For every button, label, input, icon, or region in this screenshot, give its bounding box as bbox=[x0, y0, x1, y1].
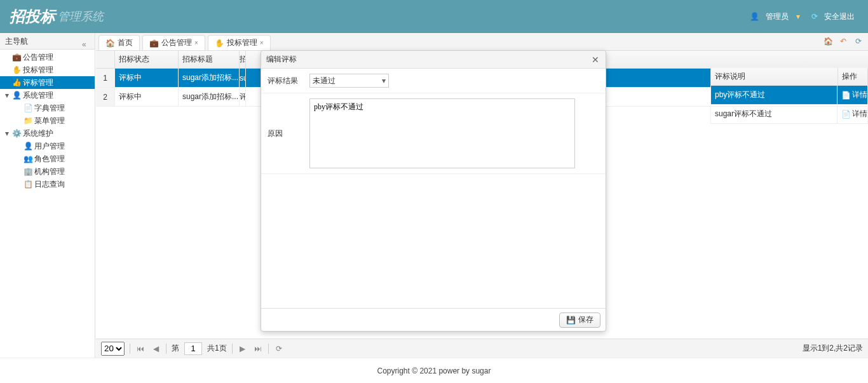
tree-label: 评标管理 bbox=[23, 76, 53, 89]
pager: 20 ⏮ ◀ 第 共1页 ▶ ⏭ ⟳ 显示1到2,共2记录 bbox=[96, 339, 868, 358]
result-label: 评标结果 bbox=[261, 69, 306, 93]
detail-icon: 📄 bbox=[841, 91, 851, 100]
hand-icon: ✋ bbox=[11, 65, 22, 75]
page-prefix: 第 bbox=[172, 343, 179, 354]
folder-icon: 📁 bbox=[23, 116, 33, 126]
save-button[interactable]: 💾 保存 bbox=[559, 312, 600, 328]
sidebar-item-角色管理[interactable]: 👥角色管理 bbox=[0, 152, 95, 165]
refresh-icon[interactable]: ⟳ bbox=[853, 36, 864, 47]
sidebar-item-系统维护[interactable]: ▾⚙️系统维护 bbox=[0, 127, 95, 140]
sidebar-item-评标管理[interactable]: 👍评标管理 bbox=[0, 76, 95, 89]
close-icon[interactable]: × bbox=[260, 39, 264, 46]
table-row[interactable]: sugar评标不通过📄详情|✎编辑|✖删除 bbox=[710, 105, 868, 124]
sidebar-item-公告管理[interactable]: 💼公告管理 bbox=[0, 51, 95, 64]
sidebar-item-字典管理[interactable]: 📄字典管理 bbox=[0, 102, 95, 114]
cell-trunc: 评 bbox=[240, 88, 246, 106]
reason-label: 原因 bbox=[261, 93, 306, 173]
tree-label: 日志查询 bbox=[34, 178, 65, 191]
chevron-down-icon[interactable]: ▾ bbox=[796, 12, 800, 21]
col-title[interactable]: 招标标题 bbox=[179, 51, 240, 68]
tree-label: 用户管理 bbox=[34, 140, 65, 152]
sidebar-item-系统管理[interactable]: ▾👤系统管理 bbox=[0, 89, 95, 102]
col-status[interactable]: 招标状态 bbox=[115, 51, 179, 68]
sidebar-item-投标管理[interactable]: ✋投标管理 bbox=[0, 64, 95, 76]
cell-ops: 📄详情|✎编辑|✖删除 bbox=[837, 86, 868, 104]
tab-首页[interactable]: 🏠首页 bbox=[98, 35, 140, 50]
user-icon: 👤 bbox=[23, 141, 33, 151]
sidebar-item-用户管理[interactable]: 👤用户管理 bbox=[0, 140, 95, 152]
hand-icon: ✋ bbox=[215, 39, 224, 48]
row-index: 2 bbox=[96, 88, 115, 106]
save-label: 保存 bbox=[578, 314, 593, 325]
reload-icon[interactable]: ⟳ bbox=[274, 344, 284, 354]
log-icon: 📋 bbox=[23, 179, 33, 189]
app-header: 招投标 管理系统 👤 管理员 ▾ ⟳ 安全退出 bbox=[0, 0, 868, 33]
col-ops: 操作 bbox=[838, 68, 868, 85]
sidebar-title-text: 主导航 bbox=[5, 37, 28, 46]
reason-textarea[interactable]: pby评标不通过 bbox=[309, 98, 575, 168]
close-icon[interactable]: × bbox=[194, 39, 198, 46]
nav-tree: 💼公告管理✋投标管理👍评标管理▾👤系统管理📄字典管理📁菜单管理▾⚙️系统维护👤用… bbox=[0, 50, 95, 192]
cell-status: 评标中 bbox=[115, 69, 179, 87]
result-combo[interactable]: 未通过 ▾ bbox=[309, 74, 389, 88]
tree-label: 字典管理 bbox=[34, 102, 65, 114]
tree-label: 公告管理 bbox=[23, 51, 53, 64]
thumb-icon: 👍 bbox=[11, 77, 22, 88]
chevron-down-icon: ▾ bbox=[382, 76, 386, 85]
prev-page-icon[interactable]: ◀ bbox=[151, 344, 161, 354]
cell-title: sugar添加招标... bbox=[179, 69, 240, 87]
edit-dialog: 编辑评标 ✕ 评标结果 未通过 ▾ 原因 pby评标不通过 💾 保存 bbox=[261, 50, 606, 332]
user-icon: 👤 bbox=[11, 90, 22, 100]
tabs-bar: 🏠首页💼公告管理 ×✋投标管理 × 🏠 ↶ ⟳ bbox=[96, 33, 868, 51]
admin-link[interactable]: 管理员 bbox=[762, 11, 792, 22]
next-page-icon[interactable]: ▶ bbox=[238, 344, 248, 354]
expand-icon: ▾ bbox=[3, 127, 11, 140]
detail-button[interactable]: 📄详情 bbox=[841, 90, 867, 100]
col-tender[interactable]: 招 bbox=[240, 51, 246, 68]
detail-button[interactable]: 📄详情 bbox=[841, 109, 867, 119]
briefcase-icon: 💼 bbox=[11, 52, 22, 62]
dialog-header[interactable]: 编辑评标 ✕ bbox=[261, 51, 606, 69]
users-icon: 👥 bbox=[23, 154, 33, 164]
footer: Copyright © 2021 power by sugar bbox=[0, 358, 868, 383]
home-icon[interactable]: 🏠 bbox=[822, 36, 834, 47]
cell-trunc: su bbox=[240, 69, 246, 87]
footer-text: Copyright © 2021 power by sugar bbox=[377, 366, 491, 375]
page-size-select[interactable]: 20 bbox=[101, 342, 125, 356]
col-desc[interactable]: 评标说明 bbox=[711, 68, 838, 85]
tree-label: 角色管理 bbox=[34, 152, 65, 165]
tree-label: 机构管理 bbox=[34, 165, 65, 178]
pager-display: 显示1到2,共2记录 bbox=[803, 343, 863, 354]
sidebar-item-菜单管理[interactable]: 📁菜单管理 bbox=[0, 114, 95, 127]
cell-desc: pby评标不通过 bbox=[710, 86, 837, 104]
gear-icon: ⚙️ bbox=[11, 128, 22, 138]
last-page-icon[interactable]: ⏭ bbox=[253, 344, 263, 354]
page-input[interactable] bbox=[184, 342, 202, 355]
logout-link[interactable]: 安全退出 bbox=[820, 11, 858, 22]
col-index bbox=[96, 51, 115, 68]
cell-ops: 📄详情|✎编辑|✖删除 bbox=[837, 105, 868, 123]
undo-icon[interactable]: ↶ bbox=[837, 36, 849, 47]
user-icon: 👤 bbox=[750, 12, 759, 21]
save-icon: 💾 bbox=[566, 316, 576, 325]
org-icon: 🏢 bbox=[23, 166, 33, 177]
expand-icon: ▾ bbox=[3, 89, 11, 102]
sidebar-item-日志查询[interactable]: 📋日志查询 bbox=[0, 178, 95, 191]
cell-desc: sugar评标不通过 bbox=[710, 105, 837, 123]
first-page-icon[interactable]: ⏮ bbox=[135, 344, 146, 354]
close-icon[interactable]: ✕ bbox=[590, 55, 600, 65]
sidebar-item-机构管理[interactable]: 🏢机构管理 bbox=[0, 165, 95, 178]
logo-main: 招投标 bbox=[10, 6, 55, 27]
tree-label: 系统管理 bbox=[23, 89, 53, 102]
logo-sub: 管理系统 bbox=[58, 9, 104, 24]
total-pages: 共1页 bbox=[207, 343, 227, 354]
tree-label: 系统维护 bbox=[23, 127, 53, 140]
tab-公告管理[interactable]: 💼公告管理 × bbox=[142, 35, 205, 50]
tab-label: 投标管理 bbox=[227, 37, 257, 48]
tab-投标管理[interactable]: ✋投标管理 × bbox=[208, 35, 271, 50]
tab-label: 公告管理 bbox=[161, 37, 192, 48]
detail-icon: 📄 bbox=[841, 110, 851, 119]
collapse-icon[interactable]: « bbox=[82, 36, 91, 45]
tree-label: 投标管理 bbox=[23, 64, 53, 76]
table-row[interactable]: pby评标不通过📄详情|✎编辑|✖删除 bbox=[710, 86, 868, 105]
